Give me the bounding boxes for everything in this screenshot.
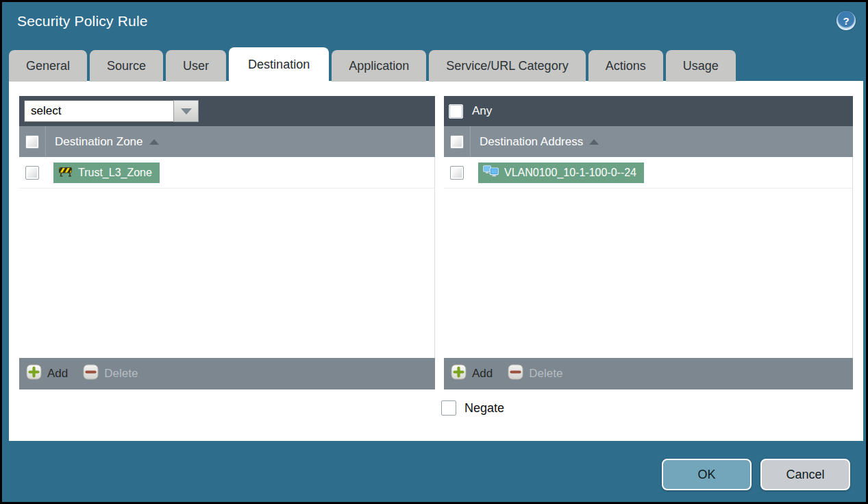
zone-select-value[interactable]: select — [24, 100, 173, 122]
address-chip-label: VLAN0100_10-1-100-0--24 — [504, 167, 636, 179]
delete-minus-icon — [508, 364, 523, 383]
destination-zone-panel: select Destination Zone — [19, 96, 435, 389]
add-address-button[interactable]: Add — [451, 364, 493, 383]
add-plus-icon — [26, 364, 42, 383]
tab-general[interactable]: General — [9, 50, 87, 82]
negate-control: Negate — [441, 400, 504, 416]
tab-bar: General Source User Destination Applicat… — [9, 47, 736, 82]
network-hosts-icon — [483, 165, 499, 180]
address-chip[interactable]: VLAN0100_10-1-100-0--24 — [478, 163, 644, 183]
zone-chip-label: Trust_L3_Zone — [78, 167, 152, 179]
zone-footer-toolbar: Add Delete — [19, 358, 435, 389]
zone-row-checkbox[interactable] — [25, 166, 39, 180]
add-button-label: Add — [47, 367, 68, 381]
add-plus-icon — [451, 364, 467, 383]
help-icon[interactable]: ? — [836, 11, 856, 30]
address-toolbar: Any — [444, 96, 853, 126]
negate-checkbox[interactable] — [441, 400, 456, 416]
address-footer-toolbar: Add Delete — [444, 358, 853, 389]
zone-select-all-checkbox[interactable] — [25, 135, 39, 149]
address-select-all-checkbox[interactable] — [450, 135, 464, 149]
add-button-label: Add — [472, 367, 493, 381]
zone-column-header-row: Destination Zone — [19, 126, 435, 157]
negate-label: Negate — [464, 401, 504, 416]
header-divider — [470, 126, 471, 157]
zone-column-header: Destination Zone — [55, 135, 143, 149]
delete-button-label: Delete — [529, 367, 562, 381]
address-column-header-row: Destination Address — [444, 126, 853, 157]
tab-source[interactable]: Source — [90, 50, 163, 82]
ok-button[interactable]: OK — [662, 459, 752, 490]
sort-ascending-icon[interactable] — [149, 139, 159, 145]
add-zone-button[interactable]: Add — [26, 364, 68, 383]
zone-select-dropdown[interactable]: select — [24, 100, 199, 122]
table-row[interactable]: VLAN0100_10-1-100-0--24 — [444, 157, 852, 189]
delete-minus-icon — [83, 364, 99, 383]
security-policy-rule-dialog: Security Policy Rule ? General Source Us… — [0, 0, 868, 504]
tab-usage[interactable]: Usage — [666, 50, 736, 82]
zone-list: Trust_L3_Zone — [19, 157, 435, 358]
zone-select-button[interactable] — [173, 100, 199, 122]
any-checkbox[interactable] — [449, 104, 463, 119]
dialog-title: Security Policy Rule — [17, 13, 148, 29]
delete-address-button[interactable]: Delete — [508, 364, 562, 383]
any-label: Any — [472, 104, 492, 118]
address-row-checkbox[interactable] — [450, 166, 464, 180]
destination-tab-content: select Destination Zone — [9, 81, 863, 441]
zone-chip[interactable]: Trust_L3_Zone — [53, 163, 160, 183]
cancel-button[interactable]: Cancel — [760, 459, 850, 490]
address-column-header: Destination Address — [480, 135, 583, 149]
destination-address-panel: Any Destination Address — [444, 96, 853, 389]
chevron-down-icon — [181, 108, 192, 115]
sort-ascending-icon[interactable] — [589, 139, 599, 145]
table-row[interactable]: Trust_L3_Zone — [19, 157, 434, 189]
zone-toolbar: select — [19, 96, 435, 126]
zone-barricade-icon — [58, 166, 73, 180]
tab-destination[interactable]: Destination — [229, 47, 329, 82]
delete-zone-button[interactable]: Delete — [83, 364, 138, 383]
delete-button-label: Delete — [104, 367, 138, 381]
header-divider — [45, 126, 46, 157]
tab-service-url-category[interactable]: Service/URL Category — [429, 50, 585, 82]
tab-user[interactable]: User — [166, 50, 226, 82]
address-list: VLAN0100_10-1-100-0--24 — [444, 157, 853, 358]
tab-actions[interactable]: Actions — [588, 50, 663, 82]
tab-application[interactable]: Application — [332, 50, 426, 82]
